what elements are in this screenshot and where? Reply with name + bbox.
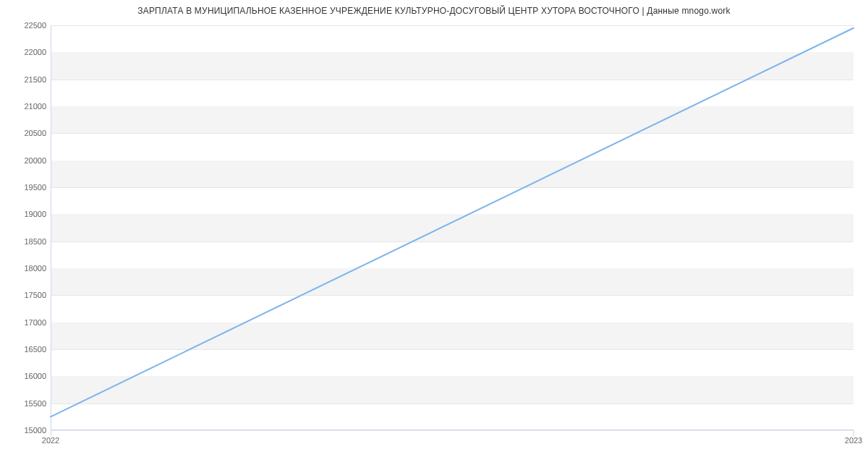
- y-tick-label: 19500: [10, 183, 46, 192]
- series-line: [51, 28, 854, 417]
- x-tick-mark: [51, 430, 51, 436]
- y-tick-label: 15500: [10, 399, 46, 408]
- x-tick-mark: [854, 430, 854, 436]
- y-tick-label: 21000: [10, 102, 46, 111]
- y-tick-label: 17500: [10, 291, 46, 299]
- plot-inner: 1500015500160001650017000175001800018500…: [51, 25, 854, 430]
- x-tick-label: 2023: [845, 436, 862, 445]
- y-tick-label: 17000: [10, 318, 46, 327]
- y-tick-label: 15000: [10, 426, 46, 435]
- y-tick-label: 22000: [10, 48, 46, 56]
- y-tick-label: 18000: [10, 264, 46, 273]
- y-tick-label: 16000: [10, 372, 46, 380]
- grid-line: [51, 430, 854, 431]
- chart-title: ЗАРПЛАТА В МУНИЦИПАЛЬНОЕ КАЗЕННОЕ УЧРЕЖД…: [0, 6, 868, 16]
- y-tick-label: 16500: [10, 345, 46, 354]
- y-tick-label: 22500: [10, 21, 46, 30]
- y-tick-label: 19000: [10, 210, 46, 218]
- y-tick-label: 18500: [10, 237, 46, 246]
- chart-container: ЗАРПЛАТА В МУНИЦИПАЛЬНОЕ КАЗЕННОЕ УЧРЕЖД…: [0, 0, 868, 470]
- plot-area: 1500015500160001650017000175001800018500…: [51, 25, 854, 430]
- x-tick-label: 2022: [42, 436, 59, 445]
- line-layer: [51, 25, 854, 430]
- y-tick-label: 20500: [10, 129, 46, 137]
- y-tick-label: 20000: [10, 156, 46, 165]
- y-tick-label: 21500: [10, 75, 46, 84]
